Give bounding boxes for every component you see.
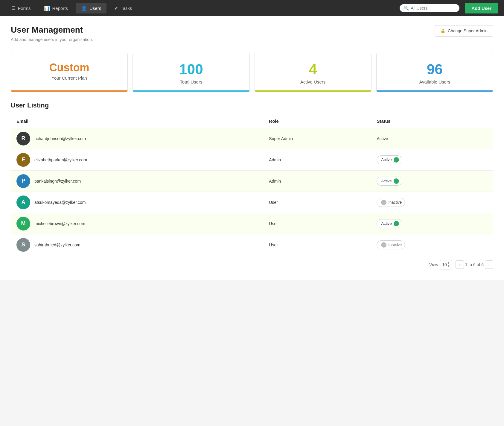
user-email: richardjohnson@zylker.com: [34, 136, 86, 141]
per-page-value: 10: [442, 262, 447, 267]
view-label: View: [429, 262, 438, 267]
status-toggle[interactable]: Active: [377, 219, 402, 228]
user-email-cell: E elizabethparker@zylker.com: [11, 149, 264, 170]
user-email: atsukomayeda@zylker.com: [34, 200, 86, 205]
toggle-dot-active: [394, 221, 399, 226]
status-toggle[interactable]: Inactive: [377, 198, 405, 207]
stat-value-custom: Custom: [17, 62, 121, 74]
status-toggle[interactable]: Inactive: [377, 240, 405, 249]
user-email-cell: R richardjohnson@zylker.com: [11, 128, 264, 149]
table-row: S sahirahmed@zylker.com User Inactive: [11, 234, 493, 255]
stat-label-custom: Your Current Plan: [17, 75, 121, 88]
nav-tasks[interactable]: ✔ Tasks: [109, 3, 137, 13]
stat-bar-total: [133, 90, 249, 92]
toggle-label: Active: [381, 221, 392, 226]
user-role-cell: User: [264, 192, 371, 213]
admin-icon: 🔒: [440, 28, 445, 33]
forms-icon: ☰: [11, 5, 16, 11]
toggle-dot-inactive: [381, 242, 386, 248]
search-bar: 🔍: [400, 4, 459, 12]
page-range: 1 to 6 of 6: [465, 262, 484, 267]
toggle-label: Inactive: [388, 242, 402, 247]
user-cell: A atsukomayeda@zylker.com: [16, 195, 258, 209]
toggle-dot-active: [394, 157, 399, 163]
table-row: P pankajsingh@zylker.com Admin Active: [11, 170, 493, 192]
user-cell: R richardjohnson@zylker.com: [16, 132, 258, 145]
toggle-label: Active: [381, 157, 392, 162]
stat-bar-active-users: [255, 90, 371, 92]
header-left: User Management Add and manage users in …: [11, 25, 93, 42]
change-super-admin-button[interactable]: 🔒 Change Super Admin: [435, 25, 493, 37]
user-role-cell: Admin: [264, 170, 371, 192]
user-email-cell: A atsukomayeda@zylker.com: [11, 192, 264, 213]
table-footer: View 10 ⬆⬇ ‹ 1 to 6 of 6 ›: [11, 256, 493, 271]
view-select-wrap: View 10 ⬆⬇: [429, 260, 452, 269]
table-row: A atsukomayeda@zylker.com User Inactive: [11, 192, 493, 213]
avatar: P: [16, 174, 30, 188]
page-title: User Management: [11, 25, 93, 35]
avatar: R: [16, 132, 30, 145]
user-cell: E elizabethparker@zylker.com: [16, 153, 258, 167]
col-role: Role: [264, 114, 371, 128]
next-page-button[interactable]: ›: [485, 260, 493, 269]
search-input[interactable]: [411, 6, 453, 10]
nav-forms-label: Forms: [18, 6, 31, 11]
user-cell: S sahirahmed@zylker.com: [16, 238, 258, 252]
avatar: E: [16, 153, 30, 167]
nav-reports[interactable]: 📊 Reports: [39, 3, 74, 13]
navbar: ☰ Forms 📊 Reports 👤 Users ✔ Tasks 🔍 Add …: [0, 0, 504, 16]
user-table: Email Role Status R richardjohnson@zylke…: [11, 114, 493, 256]
avatar: A: [16, 195, 30, 209]
user-role-cell: Admin: [264, 149, 371, 170]
stat-value-total: 100: [139, 62, 243, 78]
user-status-cell: Inactive: [371, 192, 493, 213]
user-email-cell: P pankajsingh@zylker.com: [11, 170, 264, 192]
stat-value-active-users: 4: [261, 62, 365, 78]
col-status: Status: [371, 114, 493, 128]
nav-forms[interactable]: ☰ Forms: [6, 3, 36, 13]
stat-card-available: 96 Available Users: [376, 53, 493, 92]
stat-card-custom: Custom Your Current Plan: [11, 53, 128, 92]
toggle-dot-inactive: [381, 200, 386, 205]
user-status-cell: Active: [371, 213, 493, 234]
user-cell: M michellebrown@zylker.com: [16, 217, 258, 231]
user-cell: P pankajsingh@zylker.com: [16, 174, 258, 188]
user-email: sahirahmed@zylker.com: [34, 242, 80, 247]
user-role-cell: User: [264, 234, 371, 255]
stat-cards: Custom Your Current Plan 100 Total Users…: [11, 53, 493, 92]
add-user-button[interactable]: Add User: [465, 3, 498, 13]
change-admin-label: Change Super Admin: [448, 28, 488, 33]
user-status-cell: Inactive: [371, 234, 493, 255]
user-email: michellebrown@zylker.com: [34, 221, 85, 226]
nav-reports-label: Reports: [52, 6, 68, 11]
user-email-cell: S sahirahmed@zylker.com: [11, 234, 264, 255]
toggle-dot-active: [394, 178, 399, 184]
stat-value-available: 96: [383, 62, 487, 78]
status-toggle[interactable]: Active: [377, 177, 402, 186]
table-row: M michellebrown@zylker.com User Active: [11, 213, 493, 234]
user-role-cell: User: [264, 213, 371, 234]
table-row: E elizabethparker@zylker.com Admin Activ…: [11, 149, 493, 170]
per-page-chevron: ⬆⬇: [447, 261, 450, 268]
stat-label-active-users: Active Users: [261, 79, 365, 92]
avatar: M: [16, 217, 30, 231]
stat-card-active-users: 4 Active Users: [255, 53, 371, 92]
toggle-label: Active: [381, 179, 392, 183]
users-icon: 👤: [81, 5, 87, 11]
search-icon: 🔍: [404, 6, 409, 10]
per-page-select[interactable]: 10 ⬆⬇: [440, 260, 452, 269]
user-role-cell: Super Admin: [264, 128, 371, 149]
status-text: Active: [377, 136, 388, 141]
status-toggle[interactable]: Active: [377, 155, 402, 164]
user-email: elizabethparker@zylker.com: [34, 157, 87, 162]
nav-users[interactable]: 👤 Users: [76, 3, 106, 13]
user-status-cell: Active: [371, 149, 493, 170]
page-header: User Management Add and manage users in …: [11, 25, 493, 47]
page-subtitle: Add and manage users in your organizatio…: [11, 37, 93, 42]
stat-bar-available: [377, 90, 493, 92]
prev-page-button[interactable]: ‹: [456, 260, 464, 269]
user-email-cell: M michellebrown@zylker.com: [11, 213, 264, 234]
user-status-cell: Active: [371, 128, 493, 149]
stat-card-total: 100 Total Users: [133, 53, 249, 92]
toggle-label: Inactive: [388, 200, 402, 204]
